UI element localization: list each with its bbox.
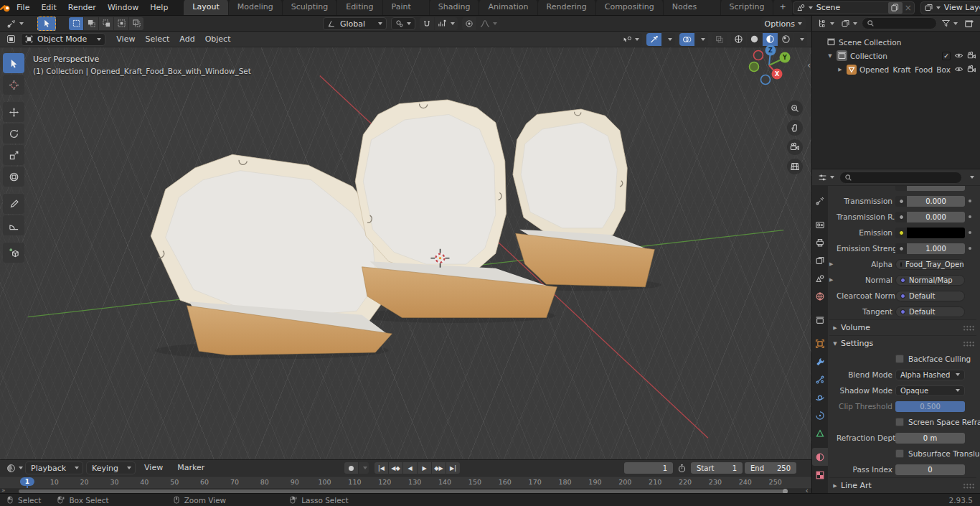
measure-tool[interactable] <box>3 215 24 235</box>
menu-file[interactable]: File <box>11 0 35 16</box>
panel-header-line-art[interactable]: ▶Line Art <box>829 477 976 493</box>
current-frame-field[interactable]: 1 <box>624 462 673 474</box>
tool-settings-editor-selector[interactable] <box>4 17 26 30</box>
outliner-filter-button[interactable] <box>939 17 960 30</box>
prop-row-shadow-mode[interactable]: Shadow ModeOpaque <box>829 383 976 398</box>
move-tool[interactable] <box>3 102 24 122</box>
active-tool-select-box[interactable] <box>37 17 56 31</box>
add-cube-tool[interactable] <box>3 243 24 263</box>
animate-decorator[interactable] <box>965 215 975 218</box>
prop-row-tangent[interactable]: TangentDefault <box>829 304 976 319</box>
prop-widget-alpha[interactable]: Food_Tray_Open_S_.. <box>895 259 965 270</box>
viewport-editor-selector[interactable] <box>4 33 18 46</box>
checkbox-subsurface-translucency[interactable] <box>895 449 904 458</box>
viewport-camera-button[interactable] <box>787 139 803 155</box>
outliner-row-scene-collection[interactable]: Scene Collection <box>812 35 980 49</box>
snap-with-dropdown[interactable] <box>435 17 458 30</box>
disable-in-renders-toggle[interactable] <box>967 65 976 74</box>
viewport-zoom-button[interactable] <box>787 100 803 116</box>
workspace-tab-compositing[interactable]: Compositing <box>596 0 663 15</box>
prop-widget-shadow-mode[interactable]: Opaque <box>895 385 965 396</box>
prop-row-emission-strengt[interactable]: Emission Strengt1.000 <box>829 240 976 256</box>
viewport-grid-button[interactable] <box>787 159 803 174</box>
timeline-editor-selector[interactable] <box>4 462 25 474</box>
outliner-editor-selector[interactable] <box>816 17 837 30</box>
gizmos-toggle[interactable] <box>646 33 661 46</box>
properties-tab-particles[interactable] <box>812 370 828 388</box>
food-box-small[interactable] <box>513 109 654 287</box>
properties-tab-texture[interactable] <box>812 466 828 484</box>
expand-icon[interactable]: ▶ <box>829 261 837 267</box>
properties-tab-tool[interactable] <box>812 192 828 210</box>
proportional-edit-toggle[interactable] <box>462 17 476 30</box>
rotate-tool[interactable] <box>3 123 24 144</box>
slider-value[interactable]: 0.000 <box>907 212 965 222</box>
unlink-scene-button[interactable]: × <box>903 3 914 13</box>
prop-row-backface-culling[interactable]: Backface Culling <box>829 351 976 367</box>
menu-render[interactable]: Render <box>62 0 102 16</box>
disable-in-renders-toggle[interactable] <box>967 51 976 60</box>
hide-in-viewport-toggle[interactable] <box>954 51 963 60</box>
timeline-playback-dropdown[interactable]: Playback <box>25 462 83 474</box>
viewport-menu-view[interactable]: View <box>111 32 140 47</box>
checkbox-screen-space-refraction[interactable] <box>895 418 904 426</box>
options-dropdown[interactable]: Options <box>761 17 806 30</box>
gizmos-dropdown[interactable] <box>662 33 675 46</box>
prop-widget-tangent[interactable]: Default <box>895 306 965 317</box>
jump-to-start-button[interactable]: |◀ <box>374 462 388 474</box>
play-reverse-button[interactable]: ◀ <box>403 462 417 474</box>
value-field[interactable]: Default <box>895 291 965 301</box>
properties-tab-data[interactable] <box>812 424 828 442</box>
pivot-point-dropdown[interactable] <box>391 17 415 30</box>
slider-value[interactable]: 1.000 <box>907 243 965 254</box>
panel-header-volume[interactable]: ▶Volume <box>829 319 976 335</box>
expand-icon[interactable]: ▶ <box>829 277 837 283</box>
prop-widget-emission-strengt[interactable]: 1.000 <box>895 243 965 254</box>
workspace-tab-texture-paint[interactable]: Texture Paint <box>383 0 429 15</box>
prop-widget-pass-index[interactable]: 0 <box>895 464 965 475</box>
properties-tab-view-layer[interactable] <box>812 251 828 269</box>
menu-help[interactable]: Help <box>144 0 174 16</box>
prop-widget-transmission-r[interactable]: 0.000 <box>895 212 965 222</box>
scale-tool[interactable] <box>3 145 24 165</box>
properties-tab-world[interactable] <box>812 287 828 305</box>
properties-tab-scene[interactable] <box>812 269 828 287</box>
color-swatch[interactable] <box>907 228 965 238</box>
properties-editor-selector[interactable] <box>816 171 837 184</box>
viewport-menu-select[interactable]: Select <box>140 32 174 47</box>
new-collection-button[interactable] <box>962 17 976 30</box>
prop-row-emission[interactable]: Emission <box>829 225 976 240</box>
navigation-gizmo[interactable]: Z Y X <box>747 43 793 89</box>
select-mode-set[interactable] <box>69 17 83 30</box>
auto-keying-toggle[interactable] <box>344 462 358 474</box>
expand-icon[interactable]: ▶ <box>837 67 844 72</box>
workspace-tab-uv-editing[interactable]: UV Editing <box>337 0 382 15</box>
frame-end-field[interactable]: End250 <box>745 462 796 474</box>
current-frame-indicator[interactable]: 1 <box>20 477 34 486</box>
workspace-tab-animation[interactable]: Animation <box>479 0 537 15</box>
workspace-tab-modeling[interactable]: Modeling <box>229 0 282 15</box>
previous-keyframe-button[interactable]: ◀◆ <box>389 462 402 474</box>
prop-widget-emission[interactable] <box>895 228 965 238</box>
outliner-row-opened-kraft-food-box[interactable]: ▶Opened_Kraft_Food_Box <box>812 62 980 76</box>
workspace-tab-shading[interactable]: Shading <box>430 0 479 15</box>
hide-in-viewport-toggle[interactable] <box>954 65 963 74</box>
view-layer-selector[interactable]: View Layer × <box>920 1 980 14</box>
properties-tab-constraints[interactable] <box>812 406 828 424</box>
outliner-display-mode[interactable] <box>839 17 859 30</box>
scene-selector[interactable]: Scene × <box>793 1 915 14</box>
dropdown-blend-mode[interactable]: Alpha Hashed <box>895 370 965 380</box>
select-box-tool[interactable] <box>3 53 24 73</box>
prop-row-clearcoat-normal[interactable]: Clearcoat NormalDefault <box>829 288 976 304</box>
value-field[interactable]: Food_Tray_Open_S_.. <box>895 259 965 270</box>
properties-tab-output[interactable] <box>812 233 828 251</box>
axis-minus-y[interactable] <box>750 62 759 72</box>
frame-start-field[interactable]: Start1 <box>691 462 743 474</box>
outliner-row-collection[interactable]: ▼Collection✓ <box>812 49 980 62</box>
prop-row-refraction-depth[interactable]: Refraction Depth0 m <box>829 430 976 446</box>
annotate-tool[interactable] <box>3 194 24 214</box>
timeline-menu-marker[interactable]: Marker <box>171 460 210 476</box>
slider-value[interactable]: 0.000 <box>907 196 965 207</box>
exclude-checkbox[interactable]: ✓ <box>942 52 951 60</box>
prop-row-transmission-r[interactable]: Transmission R...0.000 <box>829 209 976 225</box>
